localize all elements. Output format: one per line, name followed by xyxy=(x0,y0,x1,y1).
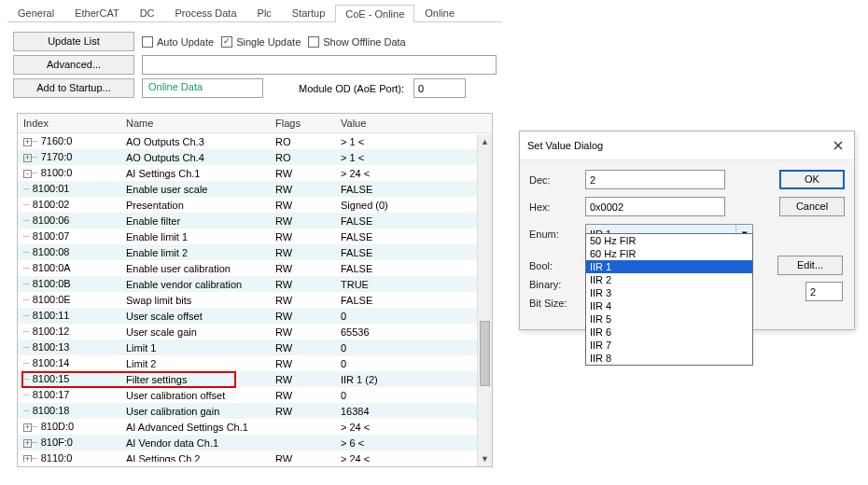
expand-icon[interactable]: + xyxy=(23,436,32,448)
bitsize-label: Bit Size: xyxy=(529,298,585,309)
single-update-checkbox[interactable]: ✓Single Update xyxy=(221,36,301,48)
table-row[interactable]: ┈ 8100:01Enable user scaleRWFALSE xyxy=(18,181,492,197)
table-row[interactable]: +┈ 8110:0AI Settings Ch.2RW> 24 < xyxy=(18,450,492,462)
binary-spin-input[interactable] xyxy=(805,282,843,301)
table-row[interactable]: +┈ 810F:0AI Vendor data Ch.1> 6 < xyxy=(18,435,492,450)
enum-option[interactable]: IIR 5 xyxy=(586,312,752,326)
tab-online[interactable]: Online xyxy=(414,4,465,21)
tab-coe-online[interactable]: CoE - Online xyxy=(335,5,414,22)
table-row[interactable]: +┈ 7160:0AO Outputs Ch.3RO> 1 < xyxy=(18,133,492,149)
tab-general[interactable]: General xyxy=(7,4,64,21)
col-value[interactable]: Value xyxy=(335,114,492,132)
enum-option[interactable]: IIR 3 xyxy=(586,286,752,299)
col-index[interactable]: Index xyxy=(18,114,120,132)
table-row[interactable]: ┈ 8100:0AEnable user calibrationRWFALSE xyxy=(18,260,492,276)
show-offline-checkbox[interactable]: Show Offline Data xyxy=(308,36,405,48)
enum-option[interactable]: 50 Hz FIR xyxy=(586,234,752,247)
cancel-button[interactable]: Cancel xyxy=(779,197,845,216)
filter-input[interactable] xyxy=(142,55,497,75)
table-row[interactable]: ┈ 8100:11User scale offsetRW0 xyxy=(18,308,492,324)
edit-button[interactable]: Edit... xyxy=(777,256,843,275)
coe-table: Index Name Flags Value +┈ 7160:0AO Outpu… xyxy=(17,113,493,467)
enum-option[interactable]: IIR 6 xyxy=(586,326,752,339)
enum-dropdown[interactable]: 50 Hz FIR60 Hz FIRIIR 1IIR 2IIR 3IIR 4II… xyxy=(585,233,753,366)
expand-icon[interactable]: + xyxy=(23,452,32,462)
table-row[interactable]: -┈ 8100:0AI Settings Ch.1RW> 24 < xyxy=(18,165,492,181)
table-row[interactable]: ┈ 8100:12User scale gainRW65536 xyxy=(18,324,492,340)
update-list-button[interactable]: Update List xyxy=(13,32,134,51)
expand-icon[interactable]: - xyxy=(23,167,32,178)
enum-label: Enum: xyxy=(529,229,585,240)
table-row[interactable]: ┈ 8100:18User calibration gainRW16384 xyxy=(18,403,492,419)
table-row[interactable]: ┈ 8100:07Enable limit 1RWFALSE xyxy=(18,229,492,244)
enum-option[interactable]: IIR 7 xyxy=(586,339,752,352)
tab-ethercat[interactable]: EtherCAT xyxy=(64,4,129,21)
table-row[interactable]: ┈ 8100:15Filter settingsRWIIR 1 (2) xyxy=(18,371,492,387)
col-name[interactable]: Name xyxy=(120,114,270,132)
scroll-thumb[interactable] xyxy=(480,321,490,386)
scroll-up-icon[interactable]: ▲ xyxy=(478,134,492,149)
module-od-label: Module OD (AoE Port): xyxy=(299,83,404,94)
table-row[interactable]: ┈ 8100:17User calibration offsetRW0 xyxy=(18,387,492,403)
col-flags[interactable]: Flags xyxy=(270,114,335,132)
hex-input[interactable] xyxy=(585,197,725,216)
tab-bar: GeneralEtherCATDCProcess DataPlcStartupC… xyxy=(7,4,502,22)
advanced-button[interactable]: Advanced... xyxy=(13,55,134,75)
table-row[interactable]: ┈ 8100:06Enable filterRWFALSE xyxy=(18,213,492,229)
expand-icon[interactable]: + xyxy=(23,151,32,162)
table-row[interactable]: ┈ 8100:0BEnable vendor calibrationRWTRUE xyxy=(18,276,492,292)
dialog-title: Set Value Dialog xyxy=(527,140,603,151)
ok-button[interactable]: OK xyxy=(779,170,845,189)
tab-dc[interactable]: DC xyxy=(130,4,165,21)
auto-update-checkbox[interactable]: Auto Update xyxy=(142,36,214,48)
expand-icon[interactable]: + xyxy=(23,421,32,432)
dec-label: Dec: xyxy=(529,174,585,186)
hex-label: Hex: xyxy=(529,201,585,213)
table-row[interactable]: +┈ 7170:0AO Outputs Ch.4RO> 1 < xyxy=(18,149,492,165)
close-icon[interactable] xyxy=(830,137,847,154)
set-value-dialog: Set Value Dialog Dec: OK Hex: Cancel Enu… xyxy=(519,131,855,330)
table-row[interactable]: ┈ 8100:02PresentationRWSigned (0) xyxy=(18,197,492,213)
scroll-down-icon[interactable]: ▼ xyxy=(478,451,492,466)
module-od-input[interactable] xyxy=(413,78,466,98)
bool-label: Bool: xyxy=(529,260,585,271)
vertical-scrollbar[interactable]: ▲ ▼ xyxy=(477,134,492,466)
enum-option[interactable]: IIR 1 xyxy=(586,260,752,273)
dec-input[interactable] xyxy=(585,170,725,189)
table-row[interactable]: ┈ 8100:14Limit 2RW0 xyxy=(18,355,492,371)
table-row[interactable]: +┈ 810D:0AI Advanced Settings Ch.1> 24 < xyxy=(18,419,492,435)
tab-startup[interactable]: Startup xyxy=(282,4,335,21)
tab-process-data[interactable]: Process Data xyxy=(165,4,247,21)
table-row[interactable]: ┈ 8100:13Limit 1RW0 xyxy=(18,340,492,355)
binary-label: Binary: xyxy=(529,279,585,290)
expand-icon[interactable]: + xyxy=(23,135,32,146)
enum-option[interactable]: IIR 4 xyxy=(586,299,752,312)
enum-option[interactable]: IIR 8 xyxy=(586,352,752,365)
table-row[interactable]: ┈ 8100:08Enable limit 2RWFALSE xyxy=(18,244,492,260)
enum-option[interactable]: 60 Hz FIR xyxy=(586,247,752,260)
online-data-badge: Online Data xyxy=(142,78,263,98)
enum-option[interactable]: IIR 2 xyxy=(586,273,752,286)
tab-plc[interactable]: Plc xyxy=(247,4,282,21)
add-to-startup-button[interactable]: Add to Startup... xyxy=(13,78,134,98)
table-row[interactable]: ┈ 8100:0ESwap limit bitsRWFALSE xyxy=(18,292,492,308)
